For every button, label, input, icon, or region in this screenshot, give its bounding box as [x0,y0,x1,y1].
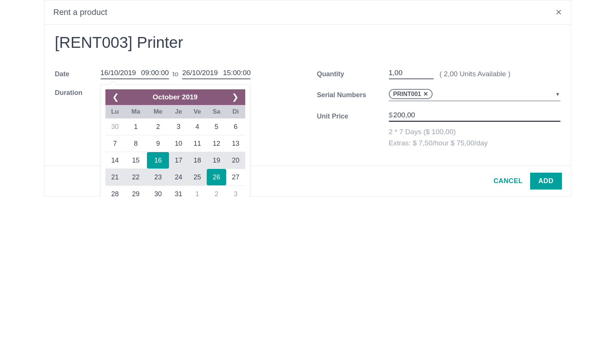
duration-label: Duration [55,89,101,97]
currency-symbol: $ [389,111,393,119]
calendar-dow-header: Je [169,105,188,118]
tag-remove-icon[interactable]: ✕ [423,90,428,98]
date-group: 16/10/2019 09:00:00 to 26/10/2019 15:00:… [101,69,251,79]
calendar-day[interactable]: 19 [207,152,226,169]
calendar-day[interactable]: 27 [226,169,245,185]
calendar-day[interactable]: 11 [188,135,207,152]
calendar-dow-header: Lu [105,105,125,118]
calendar-day[interactable]: 21 [105,169,125,185]
calendar-dow-header: Di [226,105,245,118]
form-grid: Date 16/10/2019 09:00:00 to 26/10/2019 1… [55,69,560,149]
unit-price-row: Unit Price $ 200,00 [317,111,560,122]
calendar-dow-header: Me [147,105,169,118]
date-from-time: 09:00:00 [141,69,169,77]
calendar-dow-header: Ma [125,105,147,118]
calendar-day[interactable]: 9 [147,135,169,152]
calendar-month-label[interactable]: October 2019 [153,93,197,101]
calendar-day[interactable]: 30 [105,118,125,135]
calendar-day[interactable]: 6 [226,118,245,135]
price-breakdown-line2: Extras: $ 7,50/hour $ 75,00/day [389,138,560,149]
add-button[interactable]: ADD [530,173,562,189]
calendar-dow-header: Ve [188,105,207,118]
calendar-day[interactable]: 8 [125,135,147,152]
date-to-date: 26/10/2019 [182,69,218,77]
calendar-day[interactable]: 24 [169,169,188,185]
cancel-button[interactable]: CANCEL [493,177,523,185]
serial-input[interactable]: PRINT001 ✕ ▼ [389,89,560,101]
calendar-day[interactable]: 5 [207,118,226,135]
calendar-day[interactable]: 14 [105,152,125,169]
modal-title: Rent a product [53,7,107,17]
calendar-day[interactable]: 18 [188,152,207,169]
date-from-field[interactable]: 16/10/2019 09:00:00 [101,69,169,79]
calendar-day[interactable]: 7 [105,135,125,152]
quantity-input[interactable]: 1,00 [389,69,434,79]
caret-down-icon[interactable]: ▼ [555,91,560,97]
date-from-date: 16/10/2019 [101,69,136,77]
calendar-day[interactable]: 1 [125,118,147,135]
calendar-day[interactable]: 2 [147,118,169,135]
form-right-column: Quantity 1,00 ( 2,00 Units Available ) S… [317,69,560,149]
product-title: [RENT003] Printer [55,34,560,52]
chevron-left-icon: ❮ [112,92,119,102]
calendar-day[interactable]: 3 [226,186,245,197]
serial-tag[interactable]: PRINT001 ✕ [389,89,433,99]
date-to-text: to [173,70,179,78]
calendar-day[interactable]: 22 [125,169,147,185]
modal-header: Rent a product × [44,0,571,25]
price-breakdown: 2 * 7 Days ($ 100,00) Extras: $ 7,50/hou… [389,126,560,149]
chevron-right-icon: ❯ [232,92,239,102]
serial-tag-label: PRINT001 [393,91,421,98]
rent-product-modal: Rent a product × [RENT003] Printer Date … [44,0,571,197]
calendar-popover: ❮ October 2019 ❯ LuMaMeJeVeSaDi 30123456… [101,84,250,197]
calendar-day[interactable]: 23 [147,169,169,185]
calendar-next-button[interactable]: ❯ [230,92,241,102]
calendar-day[interactable]: 4 [188,118,207,135]
calendar-grid: LuMaMeJeVeSaDi 3012345678910111213141516… [105,105,245,197]
close-icon: × [556,6,562,18]
availability-text: ( 2,00 Units Available ) [440,70,511,78]
calendar-day[interactable]: 12 [207,135,226,152]
calendar-day[interactable]: 26 [207,169,226,185]
calendar-day[interactable]: 13 [226,135,245,152]
unit-price-label: Unit Price [317,112,389,120]
serial-label: Serial Numbers [317,91,389,99]
unit-price-input[interactable]: $ 200,00 [389,111,560,122]
date-to-time: 15:00:00 [223,69,251,77]
date-to-field[interactable]: 26/10/2019 15:00:00 [182,69,250,79]
serial-row: Serial Numbers PRINT001 ✕ ▼ [317,89,560,101]
unit-price-value: 200,00 [393,111,415,119]
calendar-header: ❮ October 2019 ❯ [105,89,245,105]
date-row: Date 16/10/2019 09:00:00 to 26/10/2019 1… [55,69,298,79]
calendar-dow-header: Sa [207,105,226,118]
calendar-day[interactable]: 29 [125,186,147,197]
form-left-column: Date 16/10/2019 09:00:00 to 26/10/2019 1… [55,69,298,149]
calendar-day[interactable]: 15 [125,152,147,169]
calendar-day[interactable]: 28 [105,186,125,197]
calendar-day[interactable]: 20 [226,152,245,169]
calendar-day[interactable]: 16 [147,152,169,169]
calendar-day[interactable]: 25 [188,169,207,185]
calendar-day[interactable]: 2 [207,186,226,197]
close-button[interactable]: × [556,7,562,18]
quantity-label: Quantity [317,70,389,78]
calendar-day[interactable]: 1 [188,186,207,197]
calendar-day[interactable]: 31 [169,186,188,197]
calendar-day[interactable]: 17 [169,152,188,169]
calendar-prev-button[interactable]: ❮ [110,92,121,102]
calendar-day[interactable]: 30 [147,186,169,197]
calendar-day[interactable]: 10 [169,135,188,152]
modal-body: [RENT003] Printer Date 16/10/2019 09:00:… [44,25,571,166]
calendar-day[interactable]: 3 [169,118,188,135]
price-breakdown-line1: 2 * 7 Days ($ 100,00) [389,126,560,138]
quantity-row: Quantity 1,00 ( 2,00 Units Available ) [317,69,560,79]
date-label: Date [55,70,101,78]
